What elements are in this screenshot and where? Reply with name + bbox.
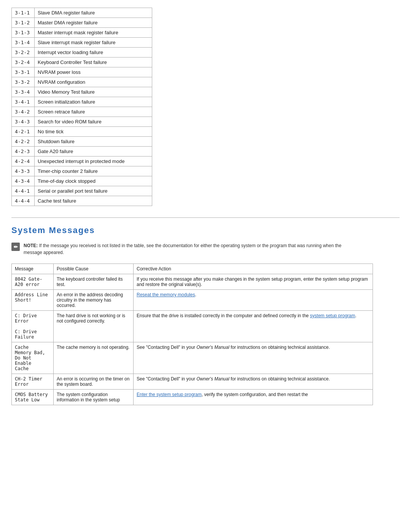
beep-description: Slave DMA register failure	[35, 8, 152, 18]
beep-code: 4-3-3	[12, 166, 35, 176]
beep-description: Video Memory Test failure	[35, 87, 152, 97]
beep-code: 4-3-4	[12, 176, 35, 186]
msg-cause: The cache memory is not operating.	[54, 342, 134, 374]
beep-code-row: 3-2-2 Interrupt vector loading failure	[12, 48, 152, 58]
msg-code: CH-2 Timer Error	[12, 374, 54, 390]
beep-code: 4-4-1	[12, 186, 35, 196]
beep-code-row: 3-1-4 Slave interrupt mask register fail…	[12, 38, 152, 48]
beep-code-row: 4-2-1 No time tick	[12, 127, 152, 137]
beep-code-row: 4-4-1 Serial or parallel port test failu…	[12, 186, 152, 196]
beep-code: 3-3-4	[12, 87, 35, 97]
msg-code: CMOS Battery State Low	[12, 390, 54, 405]
beep-code-row: 4-3-3 Timer-chip counter 2 failure	[12, 166, 152, 176]
action-link[interactable]: system setup program	[310, 313, 355, 318]
msg-action: See "Contacting Dell" in your Owner's Ma…	[134, 342, 373, 374]
beep-code-row: 3-1-2 Master DMA register failure	[12, 18, 152, 28]
msg-cause: The keyboard controller failed its test.	[54, 274, 134, 290]
beep-code: 4-4-4	[12, 196, 35, 206]
beep-code-row: 4-2-4 Unexpected interrupt in protected …	[12, 157, 152, 166]
beep-description: Search for video ROM failure	[35, 117, 152, 127]
table-row: Cache Memory Bad, Do Not Enable Cache Th…	[12, 342, 373, 374]
beep-code-row: 4-4-4 Cache test failure	[12, 196, 152, 206]
beep-description: NVRAM configuration	[35, 77, 152, 87]
beep-code: 4-2-2	[12, 137, 35, 147]
beep-code-table: 3-1-1 Slave DMA register failure 3-1-2 M…	[11, 8, 152, 206]
beep-description: Master interrupt mask register failure	[35, 28, 152, 38]
beep-code-row: 3-4-2 Screen retrace failure	[12, 107, 152, 117]
beep-code: 3-1-3	[12, 28, 35, 38]
beep-code-row: 3-3-2 NVRAM configuration	[12, 77, 152, 87]
beep-code: 3-3-1	[12, 67, 35, 77]
msg-action: Enter the system setup program, verify t…	[134, 390, 373, 405]
msg-cause: The system configuration information in …	[54, 390, 134, 405]
msg-action: Ensure that the drive is installed corre…	[134, 311, 373, 342]
section-title: System Messages	[11, 225, 400, 235]
beep-code-row: 4-3-4 Time-of-day clock stopped	[12, 176, 152, 186]
beep-code: 3-2-2	[12, 48, 35, 58]
note-box: ✏ NOTE: If the message you received is n…	[11, 242, 354, 256]
beep-code: 3-1-2	[12, 18, 35, 28]
action-link[interactable]: Enter the system setup program	[137, 392, 202, 397]
beep-code: 3-1-1	[12, 8, 35, 18]
beep-description: Gate A20 failure	[35, 147, 152, 157]
beep-code: 3-4-2	[12, 107, 35, 117]
beep-code-row: 3-1-3 Master interrupt mask register fai…	[12, 28, 152, 38]
beep-description: Master DMA register failure	[35, 18, 152, 28]
italic-text: Owner's Manual	[196, 345, 229, 350]
msg-cause: An error is occurring on the timer on th…	[54, 374, 134, 390]
msg-code: Address Line Short!	[12, 290, 54, 311]
beep-description: Screen initialization failure	[35, 97, 152, 107]
table-row: CH-2 Timer Error An error is occurring o…	[12, 374, 373, 390]
msg-code: C: Drive Error C: Drive Failure	[12, 311, 54, 342]
table-header-row: Message Possible Cause Corrective Action	[12, 264, 373, 274]
beep-description: Serial or parallel port test failure	[35, 186, 152, 196]
beep-code: 3-1-4	[12, 38, 35, 48]
note-body: If the message you received is not liste…	[24, 243, 341, 255]
beep-description: Keyboard Controller Test failure	[35, 58, 152, 67]
col-header-cause: Possible Cause	[54, 264, 134, 274]
table-row: C: Drive Error C: Drive Failure The hard…	[12, 311, 373, 342]
beep-description: Unexpected interrupt in protected mode	[35, 157, 152, 166]
msg-action: See "Contacting Dell" in your Owner's Ma…	[134, 374, 373, 390]
beep-code-row: 3-1-1 Slave DMA register failure	[12, 8, 152, 18]
beep-code-row: 3-4-1 Screen initialization failure	[12, 97, 152, 107]
beep-description: Interrupt vector loading failure	[35, 48, 152, 58]
beep-code-row: 4-2-2 Shutdown failure	[12, 137, 152, 147]
beep-description: NVRAM power loss	[35, 67, 152, 77]
beep-code-row: 3-3-1 NVRAM power loss	[12, 67, 152, 77]
table-row: 8042 Gate- A20 error The keyboard contro…	[12, 274, 373, 290]
msg-action: Reseat the memory modules.	[134, 290, 373, 311]
note-label: NOTE:	[24, 243, 38, 248]
col-header-action: Corrective Action	[134, 264, 373, 274]
beep-description: Shutdown failure	[35, 137, 152, 147]
note-text: NOTE: If the message you received is not…	[24, 242, 354, 256]
section-divider	[11, 217, 400, 218]
note-icon: ✏	[11, 243, 20, 251]
beep-description: Cache test failure	[35, 196, 152, 206]
system-messages-table: Message Possible Cause Corrective Action…	[11, 264, 373, 405]
msg-cause: The hard drive is not working or is not …	[54, 311, 134, 342]
beep-description: Slave interrupt mask register failure	[35, 38, 152, 48]
msg-code: 8042 Gate- A20 error	[12, 274, 54, 290]
msg-action: If you receive this message after you ma…	[134, 274, 373, 290]
beep-description: Screen retrace failure	[35, 107, 152, 117]
italic-text: Owner's Manual	[196, 376, 229, 382]
msg-code: Cache Memory Bad, Do Not Enable Cache	[12, 342, 54, 374]
beep-code-row: 3-4-3 Search for video ROM failure	[12, 117, 152, 127]
beep-description: No time tick	[35, 127, 152, 137]
beep-code: 4-2-1	[12, 127, 35, 137]
msg-cause: An error in the address decoding circuit…	[54, 290, 134, 311]
table-row: Address Line Short! An error in the addr…	[12, 290, 373, 311]
action-link[interactable]: Reseat the memory modules	[137, 292, 195, 297]
beep-code: 4-2-3	[12, 147, 35, 157]
beep-code-row: 3-3-4 Video Memory Test failure	[12, 87, 152, 97]
beep-code: 3-4-3	[12, 117, 35, 127]
beep-description: Timer-chip counter 2 failure	[35, 166, 152, 176]
beep-code: 3-3-2	[12, 77, 35, 87]
beep-code: 3-4-1	[12, 97, 35, 107]
beep-code: 3-2-4	[12, 58, 35, 67]
beep-code-row: 3-2-4 Keyboard Controller Test failure	[12, 58, 152, 67]
beep-code-row: 4-2-3 Gate A20 failure	[12, 147, 152, 157]
beep-code: 4-2-4	[12, 157, 35, 166]
beep-description: Time-of-day clock stopped	[35, 176, 152, 186]
